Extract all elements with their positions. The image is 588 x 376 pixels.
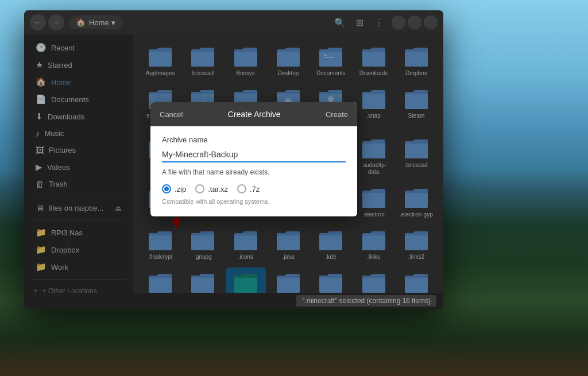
- dialog-warning-text: A file with that name already exists.: [162, 168, 346, 176]
- radio-zip[interactable]: [162, 184, 171, 193]
- file-manager-window: ← → 🏠 Home ▾ 🔍 ⊞ ⋮ — □ ✕ 🕐 Recent: [24, 10, 443, 309]
- create-archive-dialog: Cancel Create Archive Create Archive nam…: [150, 102, 357, 216]
- dialog-title: Create Archive: [192, 110, 316, 119]
- format-options: .zip .tar.xz .7z: [162, 184, 346, 193]
- dialog-header: Cancel Create Archive Create: [150, 102, 357, 126]
- archive-name-input[interactable]: [162, 148, 346, 162]
- radio-7z[interactable]: [237, 184, 246, 193]
- format-option-zip[interactable]: .zip: [162, 184, 186, 193]
- archive-name-label: Archive name: [162, 135, 346, 144]
- format-option-7z[interactable]: .7z: [237, 184, 260, 193]
- format-option-tar-xz[interactable]: .tar.xz: [195, 184, 228, 193]
- dialog-overlay: Cancel Create Archive Create Archive nam…: [24, 10, 443, 309]
- format-hint: Compatible with all operating systems.: [162, 198, 346, 205]
- dialog-body: Archive name A file with that name alrea…: [150, 126, 357, 216]
- radio-zip-inner: [164, 187, 169, 191]
- dialog-cancel-button[interactable]: Cancel: [150, 102, 192, 126]
- format-label-tar-xz: .tar.xz: [208, 185, 228, 193]
- radio-tar-xz[interactable]: [195, 184, 204, 193]
- dialog-create-button[interactable]: Create: [316, 102, 357, 126]
- format-label-7z: .7z: [250, 185, 260, 193]
- format-label-zip: .zip: [175, 185, 186, 193]
